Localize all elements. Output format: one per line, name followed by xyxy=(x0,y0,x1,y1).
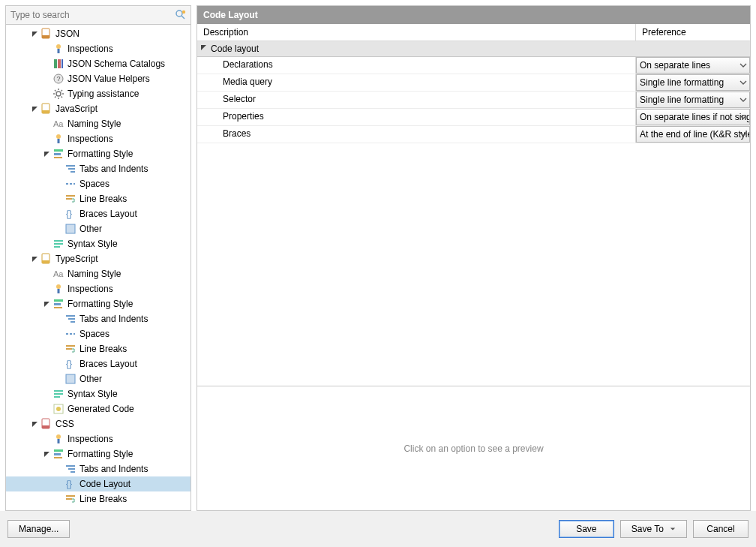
combo-value: At the end of line (K&R style) xyxy=(640,129,750,140)
tree-label: Naming Style xyxy=(68,119,121,129)
save-button[interactable]: Save xyxy=(559,520,614,538)
chevron-down-icon xyxy=(740,62,747,69)
tree-node-json-inspections[interactable]: Inspections xyxy=(6,41,190,56)
tree-node-css[interactable]: CSS xyxy=(6,416,190,431)
tree-label: JSON Value Helpers xyxy=(68,74,150,84)
tree-node-ts-syntax[interactable]: Syntax Style xyxy=(6,386,190,401)
chevron-down-icon xyxy=(740,113,747,121)
tree-node-ts[interactable]: TypeScript xyxy=(6,251,190,266)
tree-node-js-syntax[interactable]: Syntax Style xyxy=(6,236,190,251)
syntax-icon xyxy=(52,238,64,250)
tree-label: Formatting Style xyxy=(68,299,133,309)
group-row[interactable]: Code layout xyxy=(197,41,750,57)
breaks-icon xyxy=(64,343,76,355)
tree-node-js-tabs[interactable]: Tabs and Indents xyxy=(6,161,190,176)
tree-node-json-typing[interactable]: Typing assistance xyxy=(6,86,190,101)
naming-icon xyxy=(52,268,64,280)
tree-label: Typing assistance xyxy=(68,89,139,99)
braces-icon xyxy=(64,358,76,370)
expander-icon[interactable] xyxy=(30,419,39,428)
tree-label: Braces Layout xyxy=(80,209,137,219)
prop-combo-declarations[interactable]: On separate lines xyxy=(636,57,750,74)
search-input[interactable] xyxy=(6,6,190,24)
tree-node-json-helpers[interactable]: JSON Value Helpers xyxy=(6,71,190,86)
col-header-description[interactable]: Description xyxy=(197,24,636,41)
tree-node-ts-other[interactable]: Other xyxy=(6,371,190,386)
inspections-icon xyxy=(52,283,64,295)
tree-label: Other xyxy=(80,374,102,384)
tree-label: Other xyxy=(80,224,102,234)
prop-combo-braces[interactable]: At the end of line (K&R style) xyxy=(636,126,750,143)
tree-node-js-braces[interactable]: Braces Layout xyxy=(6,206,190,221)
prop-row-declarations[interactable]: Declarations On separate lines xyxy=(197,57,750,74)
prop-combo-media-query[interactable]: Single line formatting xyxy=(636,74,750,91)
preview-pane: Click on an option to see a preview xyxy=(197,386,750,510)
tree-node-ts-inspections[interactable]: Inspections xyxy=(6,281,190,296)
tree-node-js-inspections[interactable]: Inspections xyxy=(6,131,190,146)
tree-label: Tabs and Indents xyxy=(80,314,148,324)
tree-label: Generated Code xyxy=(68,404,134,414)
search-icon[interactable] xyxy=(175,9,187,21)
prop-label: Media query xyxy=(197,74,636,91)
tree-scroll[interactable]: JSON Inspections JSON Schema Catalogs JS… xyxy=(6,25,190,510)
tree-label: Syntax Style xyxy=(68,239,118,249)
tree-node-css-inspections[interactable]: Inspections xyxy=(6,431,190,446)
prop-row-braces[interactable]: Braces At the end of line (K&R style) xyxy=(197,126,750,143)
tree-node-json[interactable]: JSON xyxy=(6,26,190,41)
tree-node-js-other[interactable]: Other xyxy=(6,221,190,236)
expander-icon[interactable] xyxy=(42,449,51,458)
tree: JSON Inspections JSON Schema Catalogs JS… xyxy=(6,25,190,508)
tree-label: Formatting Style xyxy=(68,449,133,459)
tree-node-js-breaks[interactable]: Line Breaks xyxy=(6,191,190,206)
tree-node-json-catalogs[interactable]: JSON Schema Catalogs xyxy=(6,56,190,71)
expander-icon[interactable] xyxy=(30,104,39,113)
expander-icon[interactable] xyxy=(30,29,39,38)
tree-node-css-layout[interactable]: Code Layout xyxy=(6,476,190,491)
prop-label: Braces xyxy=(197,126,636,143)
expander-icon[interactable] xyxy=(30,254,39,263)
formatting-icon xyxy=(52,298,64,310)
tree-node-ts-fmt[interactable]: Formatting Style xyxy=(6,296,190,311)
tree-node-ts-gen[interactable]: Generated Code xyxy=(6,401,190,416)
prop-combo-properties[interactable]: On separate lines if not single xyxy=(636,109,750,125)
expander-icon[interactable] xyxy=(200,44,209,53)
preview-hint: Click on an option to see a preview xyxy=(404,443,543,454)
prop-row-properties[interactable]: Properties On separate lines if not sing… xyxy=(197,109,750,126)
tree-label: Braces Layout xyxy=(80,359,137,369)
expander-icon[interactable] xyxy=(42,149,51,158)
prop-row-selector[interactable]: Selector Single line formatting xyxy=(197,92,750,109)
prop-combo-selector[interactable]: Single line formatting xyxy=(636,92,750,108)
spaces-icon xyxy=(64,328,76,340)
tree-node-js-naming[interactable]: Naming Style xyxy=(6,116,190,131)
tree-node-css-tabs[interactable]: Tabs and Indents xyxy=(6,461,190,476)
tree-node-ts-tabs[interactable]: Tabs and Indents xyxy=(6,311,190,326)
manage-button[interactable]: Manage... xyxy=(8,520,70,538)
chevron-down-icon xyxy=(670,526,676,532)
tree-label: Tabs and Indents xyxy=(80,164,148,174)
prop-row-media-query[interactable]: Media query Single line formatting xyxy=(197,74,750,92)
spaces-icon xyxy=(64,178,76,190)
expander-icon[interactable] xyxy=(42,299,51,308)
tree-node-ts-braces[interactable]: Braces Layout xyxy=(6,356,190,371)
tabs-icon xyxy=(64,163,76,175)
tabs-icon xyxy=(64,313,76,325)
combo-value: On separate lines xyxy=(640,60,710,71)
save-to-button[interactable]: Save To xyxy=(620,520,687,538)
tree-label: Tabs and Indents xyxy=(80,464,148,474)
tree-node-js-fmt[interactable]: Formatting Style xyxy=(6,146,190,161)
cancel-button[interactable]: Cancel xyxy=(693,520,748,538)
tree-node-js-spaces[interactable]: Spaces xyxy=(6,176,190,191)
tree-node-ts-naming[interactable]: Naming Style xyxy=(6,266,190,281)
options-tree-panel: JSON Inspections JSON Schema Catalogs JS… xyxy=(5,5,191,511)
tree-node-ts-spaces[interactable]: Spaces xyxy=(6,326,190,341)
tree-node-css-fmt[interactable]: Formatting Style xyxy=(6,446,190,461)
tree-node-ts-breaks[interactable]: Line Breaks xyxy=(6,341,190,356)
tree-node-js[interactable]: JavaScript xyxy=(6,101,190,116)
col-header-preference[interactable]: Preference xyxy=(636,24,750,41)
save-to-label: Save To xyxy=(632,524,664,534)
grid-header: Description Preference xyxy=(197,24,750,41)
tree-label: Line Breaks xyxy=(80,344,127,354)
tree-node-css-breaks[interactable]: Line Breaks xyxy=(6,491,190,506)
dialog-button-bar: Manage... Save Save To Cancel xyxy=(0,511,756,547)
group-label: Code layout xyxy=(211,44,259,54)
